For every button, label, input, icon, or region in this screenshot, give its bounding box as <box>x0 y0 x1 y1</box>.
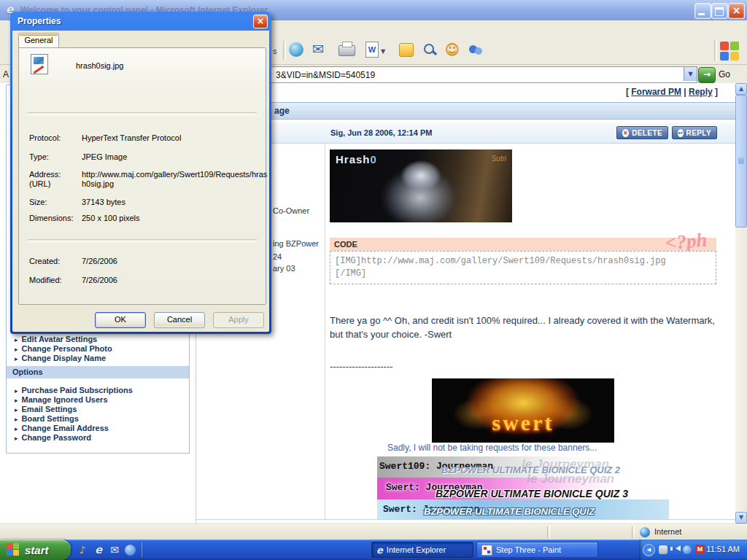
sidebar-item-subscriptions[interactable]: ▸Purchase Paid Subscriptions <box>15 386 133 394</box>
pm-separator: | <box>684 87 686 97</box>
bullet-icon: ▸ <box>15 387 18 394</box>
edit-word-icon[interactable]: W <box>365 42 379 58</box>
ie-icon: e <box>376 545 383 556</box>
sidebar-item-label: Change Password <box>22 433 91 442</box>
apply-button[interactable]: Apply <box>213 312 264 328</box>
field-label-address: Address: <box>29 170 61 179</box>
scrollbar-thumb[interactable] <box>735 95 747 228</box>
field-label-type: Type: <box>29 152 49 161</box>
messenger-icon[interactable]: ☺ <box>445 41 460 57</box>
taskbar-button-label: Step Three - Paint <box>496 545 561 554</box>
sidebar-item-change-name[interactable]: ▸Change Display Name <box>15 354 106 362</box>
mail-icon[interactable]: ✉ <box>312 41 324 57</box>
quick-launch-media-icon[interactable]: ♪ <box>76 543 89 556</box>
maximize-button[interactable] <box>711 3 728 19</box>
scroll-up-icon[interactable]: ▲ <box>735 83 747 95</box>
field-sublabel-url: (URL) <box>29 179 50 188</box>
member-title-fragment: ing BZPower <box>273 239 319 248</box>
author-column-divider <box>325 143 325 519</box>
tray-icon-network[interactable] <box>683 545 692 554</box>
toolbar-separator <box>283 41 286 60</box>
flag-blue <box>7 550 12 556</box>
sidebar-item-edit-avatar[interactable]: ▸Edit Avatar Settings <box>15 335 97 343</box>
quick-launch-msn-icon[interactable] <box>125 545 136 556</box>
member-group-fragment: Co-Owner <box>273 206 309 215</box>
taskbar-button-internet-explorer[interactable]: e Internet Explorer <box>371 542 473 558</box>
sidebar-item-ignored-users[interactable]: ▸Manage Ignored Users <box>15 395 108 404</box>
tray-icon-generic[interactable] <box>659 545 667 554</box>
address-value[interactable]: 3&VID=in&MSID=540519 <box>276 70 375 80</box>
sidebar-item-label: Email Settings <box>22 405 77 413</box>
delete-label: DELETE <box>632 129 662 137</box>
internet-zone-icon <box>640 527 650 537</box>
bullet-icon: ▸ <box>15 416 18 423</box>
code-block-body: [IMG]http://www.maj.com/gallery/Swert109… <box>330 251 716 284</box>
dialog-filename: hrash0sig.jpg <box>76 61 123 70</box>
taskbar-clock: 11:51 AM <box>706 545 740 553</box>
address-dropdown-icon[interactable]: ▼ <box>684 67 697 81</box>
close-button[interactable]: × <box>728 3 745 19</box>
research-icon[interactable] <box>422 42 437 57</box>
field-value-protocol: HyperText Transfer Protocol <box>82 133 181 142</box>
taskbar-button-label: Internet Explorer <box>387 545 446 554</box>
sig-title-main: Hrash <box>336 153 371 166</box>
forward-pm-link[interactable]: Forward PM <box>631 87 681 97</box>
contacts-icon[interactable] <box>468 42 484 57</box>
bullet-icon: ▸ <box>15 425 18 432</box>
quiz-banners-image: le Journeyman le Journeyman Swert109: Jo… <box>377 456 669 519</box>
tray-icon-antivirus[interactable]: M <box>695 545 705 554</box>
tray-chevron-icon[interactable]: ◀ <box>643 544 655 556</box>
sidebar-options-header: Options <box>7 366 189 378</box>
field-label-size: Size: <box>29 198 47 206</box>
section-header-fragment: age <box>274 106 290 116</box>
quick-launch-ie-icon[interactable]: e <box>92 543 105 556</box>
sidebar-item-change-password[interactable]: ▸Change Password <box>15 433 91 442</box>
banner-note-text: Sadly, I will not be taking requests for… <box>387 443 597 453</box>
scroll-down-icon[interactable]: ▼ <box>735 512 747 524</box>
bullet-icon: ▸ <box>15 336 18 343</box>
sidebar-item-label: Change Personal Photo <box>22 344 112 353</box>
quick-launch-divider <box>142 542 142 557</box>
bullet-icon: ▸ <box>15 435 18 442</box>
field-label-modified: Modified: <box>29 276 62 284</box>
dialog-close-icon[interactable]: × <box>253 15 268 28</box>
cancel-button[interactable]: Cancel <box>154 312 205 328</box>
minimize-button[interactable] <box>694 3 711 19</box>
jpeg-file-icon <box>31 54 48 74</box>
sidebar-item-change-photo[interactable]: ▸Change Personal Photo <box>15 344 112 353</box>
post-bottom-border <box>196 519 735 520</box>
sidebar-item-label: Manage Ignored Users <box>22 395 108 404</box>
section-header-bar: age <box>196 102 735 120</box>
ok-button[interactable]: OK <box>95 312 146 328</box>
tab-general[interactable]: General <box>18 33 59 48</box>
sidebar-item-email-settings[interactable]: ▸Email Settings <box>15 405 77 413</box>
delete-button[interactable]: × DELETE <box>616 126 668 139</box>
flag-red <box>7 543 12 549</box>
sidebar-item-board-settings[interactable]: ▸Board Settings <box>15 414 79 423</box>
banner2-quiz-text: BZPOWER ULTIMATE BIONICLE QUIZ 3 <box>436 488 628 499</box>
toolbar-label-fragment[interactable]: s <box>273 47 277 55</box>
sidebar-item-label: Purchase Paid Subscriptions <box>22 386 133 394</box>
go-button[interactable]: → <box>698 67 716 83</box>
bracket-open: [ <box>626 87 629 97</box>
volume-icon[interactable] <box>673 545 681 551</box>
flag-green <box>13 543 19 549</box>
edit-dropdown-icon[interactable]: ▼ <box>381 48 385 55</box>
quick-launch-mail-icon[interactable]: ✉ <box>108 543 121 556</box>
sidebar-item-change-email[interactable]: ▸Change Email Address <box>15 424 109 432</box>
history-icon[interactable] <box>289 42 303 57</box>
sidebar-item-label: Board Settings <box>22 414 79 423</box>
taskbar-button-paint[interactable]: Step Three - Paint <box>476 542 598 558</box>
discuss-icon[interactable] <box>399 43 414 57</box>
go-label[interactable]: Go <box>719 69 730 79</box>
start-button[interactable]: start <box>0 540 71 560</box>
status-zone-text: Internet <box>654 527 681 536</box>
windows-logo <box>720 42 740 62</box>
print-icon[interactable] <box>338 45 355 56</box>
reply-button[interactable]: ↩ REPLY <box>672 126 717 139</box>
post-header-band: Sig, Jun 28 2006, 12:14 PM × DELETE ↩ RE… <box>196 123 735 144</box>
reply-arrow-icon: ↩ <box>678 129 684 137</box>
reply-link[interactable]: Reply <box>689 87 713 97</box>
flag-yellow <box>730 52 739 61</box>
post-title: Sig, Jun 28 2006, 12:14 PM <box>330 128 432 137</box>
